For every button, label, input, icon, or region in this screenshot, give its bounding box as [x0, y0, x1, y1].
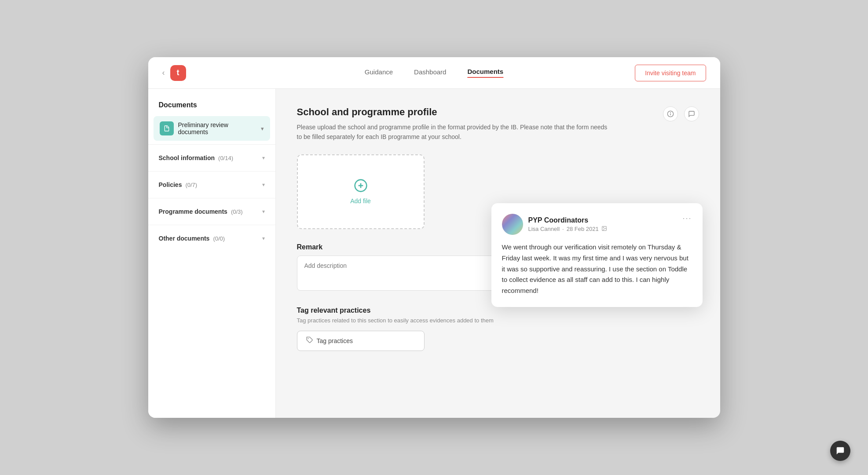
back-button[interactable]: ‹ [162, 68, 165, 77]
sidebar-item-chevron-icon: ▾ [261, 125, 264, 132]
sidebar-section-name-2: Policies [159, 181, 182, 188]
main-nav: Guidance Dashboard Documents [365, 68, 503, 78]
main-content: School and programme profile Please uplo… [276, 89, 720, 418]
sidebar-item-icon [160, 121, 174, 135]
nav-documents[interactable]: Documents [467, 68, 503, 78]
app-window: ‹ t Guidance Dashboard Documents Invite … [148, 57, 720, 418]
header-right: Invite visiting team [635, 65, 706, 81]
sidebar-section-policies[interactable]: Policies (0/7) ▾ [148, 175, 275, 194]
sidebar-section-programme-docs[interactable]: Programme documents (0/3) ▾ [148, 202, 275, 221]
sidebar-divider-3 [148, 198, 275, 198]
sidebar-section-left-4: Other documents (0/0) [159, 235, 225, 242]
upload-area[interactable]: Add file [297, 154, 425, 229]
sidebar: Documents Preliminary review documents ▾… [148, 89, 276, 418]
popup-avatar-image [502, 214, 523, 235]
popup-author-info: PYP Coordinators Lisa Cannell · 28 Feb 2… [528, 216, 607, 233]
tag-button-label: Tag practices [317, 337, 353, 344]
sidebar-section-chevron-1-icon: ▾ [262, 155, 265, 161]
app-logo: t [170, 65, 186, 81]
section-desc: Please upload the school and programme p… [297, 122, 614, 142]
sidebar-divider-1 [148, 144, 275, 145]
svg-point-8 [603, 227, 604, 228]
popup-meta: Lisa Cannell · 28 Feb 2021 [528, 226, 607, 233]
sidebar-section-name-3: Programme documents [159, 208, 227, 215]
section-header: School and programme profile Please uplo… [297, 106, 699, 142]
sidebar-title: Documents [148, 101, 275, 116]
hint-icon-button[interactable] [663, 106, 678, 121]
sidebar-section-name-4: Other documents [159, 235, 210, 242]
section-title: School and programme profile [297, 106, 699, 118]
sidebar-section-left-2: Policies (0/7) [159, 181, 198, 188]
tag-section: Tag relevant practices Tag practices rel… [297, 307, 699, 351]
tag-desc: Tag practices related to this section to… [297, 317, 699, 324]
popup-group-name: PYP Coordinators [528, 216, 607, 224]
popup-more-button[interactable]: ··· [682, 214, 692, 223]
sidebar-item-label: Preliminary review documents [178, 121, 256, 135]
tag-icon [306, 336, 313, 345]
sidebar-section-chevron-4-icon: ▾ [262, 235, 265, 241]
section-header-icons [663, 106, 699, 121]
upload-label: Add file [350, 197, 371, 205]
invite-visiting-team-button[interactable]: Invite visiting team [635, 65, 706, 81]
sidebar-section-count-3: (0/3) [231, 208, 243, 215]
nav-dashboard[interactable]: Dashboard [414, 68, 446, 77]
sidebar-divider-4 [148, 225, 275, 225]
sidebar-section-count-2: (0/7) [185, 182, 197, 188]
sidebar-active-item[interactable]: Preliminary review documents ▾ [154, 116, 270, 141]
chat-bubble-button[interactable] [830, 441, 850, 461]
app-body: Documents Preliminary review documents ▾… [148, 89, 720, 418]
sidebar-section-left-1: School information (0/14) [159, 154, 234, 161]
sidebar-divider-2 [148, 171, 275, 172]
nav-guidance[interactable]: Guidance [365, 68, 393, 77]
popup-media-icon [601, 226, 607, 233]
popup-avatar [502, 214, 523, 235]
tag-practices-button[interactable]: Tag practices [297, 331, 425, 351]
popup-separator: · [562, 226, 564, 232]
popup-card: PYP Coordinators Lisa Cannell · 28 Feb 2… [491, 203, 703, 307]
sidebar-section-name-1: School information [159, 154, 215, 161]
sidebar-section-other-docs[interactable]: Other documents (0/0) ▾ [148, 229, 275, 248]
popup-author: Lisa Cannell [528, 226, 560, 232]
popup-avatar-area: PYP Coordinators Lisa Cannell · 28 Feb 2… [502, 214, 607, 235]
popup-body: We went through our verification visit r… [502, 242, 692, 296]
header-left: ‹ t [162, 65, 186, 81]
tag-title: Tag relevant practices [297, 307, 699, 314]
comment-icon-button[interactable] [684, 106, 699, 121]
upload-plus-icon [354, 179, 368, 195]
app-header: ‹ t Guidance Dashboard Documents Invite … [148, 57, 720, 89]
popup-date: 28 Feb 2021 [567, 226, 599, 232]
popup-header: PYP Coordinators Lisa Cannell · 28 Feb 2… [502, 214, 692, 235]
sidebar-section-chevron-2-icon: ▾ [262, 182, 265, 188]
sidebar-section-school-info[interactable]: School information (0/14) ▾ [148, 148, 275, 168]
sidebar-section-chevron-3-icon: ▾ [262, 208, 265, 215]
sidebar-section-count-4: (0/0) [213, 235, 225, 242]
sidebar-section-left-3: Programme documents (0/3) [159, 208, 243, 215]
sidebar-section-count-1: (0/14) [218, 155, 233, 161]
